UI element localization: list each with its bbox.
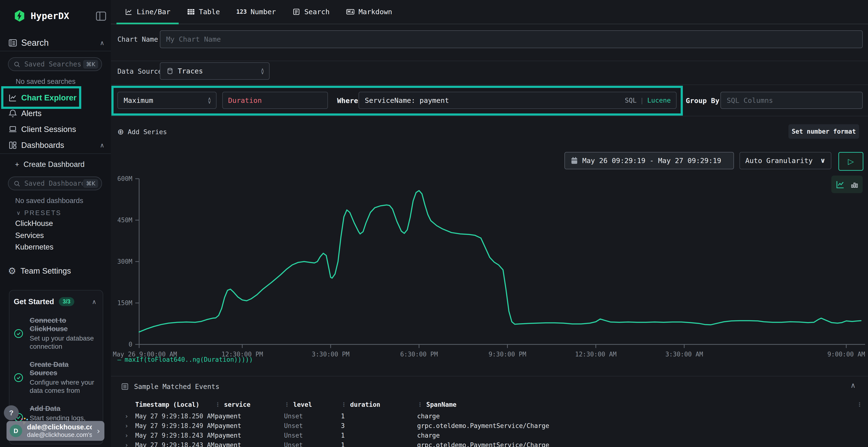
column-header-duration[interactable]: ⋮duration: [341, 398, 417, 411]
date-range-picker[interactable]: May 26 09:29:19 - May 27 09:29:19: [564, 152, 734, 169]
tab-table[interactable]: Table: [179, 0, 228, 24]
column-menu[interactable]: ⋮: [848, 398, 863, 411]
cell-spanname[interactable]: charge: [417, 411, 848, 421]
lucene-toggle[interactable]: Lucene: [647, 97, 671, 104]
drag-handle-icon[interactable]: ⋮: [417, 401, 423, 408]
add-series-button[interactable]: ⊕ Add Series: [117, 127, 167, 137]
cell-service[interactable]: payment: [215, 421, 284, 431]
cell-duration[interactable]: 1: [341, 411, 417, 421]
group-by-field[interactable]: [726, 96, 857, 105]
tab-search[interactable]: Search: [284, 0, 338, 24]
sql-toggle[interactable]: SQL: [625, 97, 637, 104]
data-source-select[interactable]: Traces ∧∨: [160, 62, 270, 80]
get-started-item-title: Create Data Sources: [30, 360, 98, 377]
set-number-format-button[interactable]: Set number format: [788, 124, 859, 139]
sidebar-item-team-settings[interactable]: ⚙ Team Settings: [8, 264, 71, 278]
laptop-icon: [8, 125, 18, 134]
chevron-up-icon[interactable]: ∧: [92, 299, 96, 305]
where-input[interactable]: SQL | Lucene: [359, 92, 677, 109]
column-header-level[interactable]: ⋮level: [284, 398, 341, 411]
table-icon: [187, 8, 195, 16]
saved-dashboards-input[interactable]: ⌘K: [8, 176, 102, 190]
cell-timestamp[interactable]: May 27 9:29:18.243 AM: [135, 440, 215, 447]
drag-handle-icon[interactable]: ⋮: [215, 401, 221, 408]
calendar-icon: [571, 157, 578, 165]
cell-level[interactable]: Unset: [284, 431, 341, 440]
column-header-service[interactable]: ⋮service: [215, 398, 284, 411]
cell-timestamp[interactable]: May 27 9:29:18.250 AM: [135, 411, 215, 421]
row-expand-chevron[interactable]: ›: [125, 431, 135, 440]
drag-handle-icon[interactable]: ⋮: [341, 401, 347, 408]
chevron-up-icon[interactable]: ∧: [100, 142, 104, 148]
cell-timestamp[interactable]: May 27 9:29:18.243 AM: [135, 431, 215, 440]
cell-duration[interactable]: 1: [341, 440, 417, 447]
events-table: Timestamp (Local) ⋮service ⋮level ⋮durat…: [125, 398, 863, 447]
cell-spanname[interactable]: charge: [417, 431, 848, 440]
row-expand-chevron[interactable]: ›: [125, 411, 135, 421]
sidebar-item-label: Alerts: [21, 109, 41, 118]
cell-level[interactable]: Unset: [284, 421, 341, 431]
get-started-item[interactable]: Create Data Sources Configure where your…: [13, 360, 98, 395]
event-list-icon: [121, 382, 129, 391]
cell-timestamp[interactable]: May 27 9:29:18.249 AM: [135, 421, 215, 431]
cell-level[interactable]: Unset: [284, 411, 341, 421]
column-header-timestamp[interactable]: Timestamp (Local): [135, 398, 215, 411]
saved-searches-field[interactable]: [24, 60, 83, 68]
cell-service[interactable]: payment: [215, 440, 284, 447]
presets-toggle[interactable]: ∨ PRESETS: [17, 208, 61, 218]
tab-markdown[interactable]: Markdown: [338, 0, 401, 24]
chart-name-input[interactable]: [160, 30, 863, 48]
field-input[interactable]: Duration: [222, 92, 328, 109]
where-field[interactable]: [364, 96, 625, 105]
cell-service[interactable]: payment: [215, 411, 284, 421]
cell-spanname[interactable]: grpc.oteldemo.PaymentService/Charge: [417, 440, 848, 447]
sidebar-item-dashboards[interactable]: Dashboards ∧: [8, 138, 104, 152]
plus-circle-icon: ⊕: [117, 128, 124, 136]
bell-icon: [8, 109, 18, 118]
svg-text:450M: 450M: [117, 216, 132, 224]
row-expand-chevron[interactable]: ›: [125, 440, 135, 447]
document-list-icon: [292, 8, 301, 16]
run-query-button[interactable]: ▷: [838, 152, 863, 171]
chart-legend[interactable]: — maxIf(toFloat640..ng(Duration))))): [117, 356, 253, 363]
sample-matched-events-header[interactable]: Sample Matched Events: [121, 381, 219, 392]
sidebar-item-chart-explorer[interactable]: Chart Explorer: [8, 91, 76, 105]
create-dashboard-button[interactable]: + Create Dashboard: [15, 158, 85, 171]
drag-handle-icon[interactable]: ⋮: [284, 401, 290, 408]
granularity-select[interactable]: Auto Granularity ∨: [740, 152, 831, 169]
cell-service[interactable]: payment: [215, 431, 284, 440]
sidebar-item-client-sessions[interactable]: Client Sessions: [8, 123, 76, 136]
select-chevrons-icon: ∧∨: [261, 68, 264, 74]
collapse-sidebar-icon[interactable]: [95, 11, 106, 21]
tab-number[interactable]: 123 Number: [228, 0, 284, 24]
chevron-up-icon[interactable]: ∧: [850, 382, 856, 389]
preset-item-services[interactable]: Services: [15, 231, 44, 240]
cell-spanname[interactable]: grpc.oteldemo.PaymentService/Charge: [417, 421, 848, 431]
get-started-item-title: Connect to ClickHouse: [30, 316, 98, 333]
chart-name-field[interactable]: [166, 35, 857, 44]
chevron-down-icon: ∨: [820, 157, 826, 164]
avatar: D: [10, 424, 22, 437]
dots-menu-icon: ⋮: [857, 401, 863, 408]
where-label: Where: [337, 97, 358, 105]
sidebar-section-search[interactable]: Search ∧: [8, 36, 104, 49]
cell-level[interactable]: Unset: [284, 440, 341, 447]
help-button[interactable]: ?: [4, 405, 19, 420]
svg-text:9:30:00 PM: 9:30:00 PM: [489, 351, 526, 358]
chevron-up-icon[interactable]: ∧: [100, 40, 104, 46]
cell-duration[interactable]: 3: [341, 421, 417, 431]
get-started-item[interactable]: Connect to ClickHouse Set up your databa…: [13, 316, 98, 351]
preset-item-kubernetes[interactable]: Kubernetes: [15, 243, 54, 251]
cell-duration[interactable]: 1: [341, 431, 417, 440]
user-account-bar[interactable]: D dale@clickhouse.com dale@clickhouse.co…: [6, 421, 104, 441]
get-started-title: Get Started: [14, 298, 54, 306]
tab-line-bar[interactable]: Line/Bar: [117, 0, 179, 24]
group-by-input[interactable]: [720, 92, 863, 109]
row-expand-chevron[interactable]: ›: [125, 421, 135, 431]
saved-dashboards-field[interactable]: [24, 179, 83, 187]
saved-searches-input[interactable]: ⌘K: [8, 57, 102, 71]
sidebar-item-alerts[interactable]: Alerts: [8, 107, 41, 120]
column-header-spanname[interactable]: ⋮SpanName: [417, 398, 848, 411]
preset-item-clickhouse[interactable]: ClickHouse: [15, 219, 53, 228]
aggregation-select[interactable]: Maximum ∧∨: [117, 92, 217, 109]
